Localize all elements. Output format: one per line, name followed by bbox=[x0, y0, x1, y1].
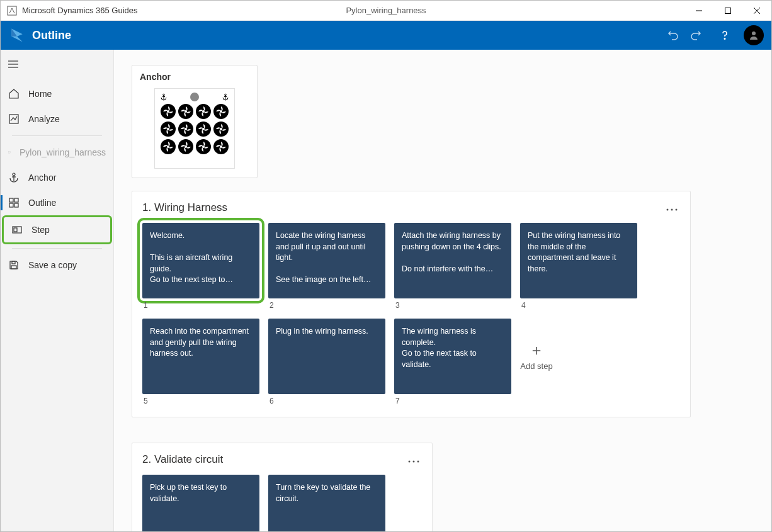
nav-label: Anchor bbox=[28, 173, 56, 183]
task-title: 1. Wiring Harness bbox=[142, 201, 664, 214]
svg-rect-22 bbox=[14, 228, 17, 232]
save-icon bbox=[8, 259, 20, 271]
step-card[interactable]: Attach the wiring harness by pushing dow… bbox=[394, 223, 511, 298]
fan-grid bbox=[161, 104, 229, 154]
step-card-wrap: Reach into the compartment and gently pu… bbox=[142, 319, 259, 405]
step-card[interactable]: Plug in the wiring harness. bbox=[268, 319, 385, 394]
step-card-wrap: Plug in the wiring harness.6 bbox=[268, 319, 385, 405]
fan-icon bbox=[178, 104, 193, 119]
anchor-card[interactable]: Anchor bbox=[132, 65, 258, 178]
svg-point-33 bbox=[202, 110, 205, 113]
step-card[interactable]: The wiring harness is complete. Go to th… bbox=[394, 319, 511, 394]
step-card-wrap: Put the wiring harness into the middle o… bbox=[520, 223, 637, 310]
anchor-icon bbox=[222, 93, 229, 101]
task-wiring-harness: 1. Wiring Harness Welcome. This is an ai… bbox=[132, 191, 691, 417]
svg-point-28 bbox=[225, 94, 227, 96]
titlebar: Microsoft Dynamics 365 Guides Pylon_wiri… bbox=[1, 1, 771, 21]
svg-point-25 bbox=[163, 94, 165, 96]
window-controls bbox=[684, 1, 771, 21]
svg-point-37 bbox=[202, 128, 205, 130]
step-card-wrap: Pick up the test key to validate.1 bbox=[142, 475, 259, 531]
close-button[interactable] bbox=[742, 1, 771, 21]
task-title: 2. Validate circuit bbox=[142, 453, 406, 466]
header-actions bbox=[663, 25, 764, 45]
step-card[interactable]: Pick up the test key to validate. bbox=[142, 475, 259, 531]
task-steps: Pick up the test key to validate.1Turn t… bbox=[142, 475, 422, 531]
step-card[interactable]: Welcome. This is an aircraft wiring guid… bbox=[142, 223, 259, 298]
help-button[interactable] bbox=[715, 25, 735, 45]
nav-label: Home bbox=[28, 89, 52, 99]
fan-icon bbox=[196, 122, 211, 137]
fan-icon bbox=[161, 104, 176, 119]
svg-rect-20 bbox=[14, 203, 18, 207]
globe-icon bbox=[190, 93, 199, 101]
app-icon bbox=[7, 6, 17, 16]
svg-rect-19 bbox=[9, 203, 13, 207]
step-number: 2 bbox=[268, 301, 385, 310]
task-steps: Welcome. This is an aircraft wiring guid… bbox=[142, 223, 680, 405]
redo-button[interactable] bbox=[686, 25, 706, 45]
svg-point-34 bbox=[220, 110, 222, 113]
anchor-icon bbox=[160, 93, 167, 101]
app-header: Outline bbox=[1, 21, 771, 50]
more-icon bbox=[408, 460, 419, 463]
nav-analyze[interactable]: Analyze bbox=[1, 106, 113, 132]
task-more-button[interactable] bbox=[406, 452, 422, 467]
svg-point-5 bbox=[724, 38, 725, 40]
task-validate-circuit: 2. Validate circuit Pick up the test key… bbox=[132, 443, 433, 531]
app-title: Microsoft Dynamics 365 Guides bbox=[22, 6, 138, 15]
step-card[interactable]: Turn the key to validate the circuit. bbox=[268, 475, 385, 531]
nav-outline[interactable]: Outline bbox=[1, 190, 113, 215]
analyze-icon bbox=[8, 113, 20, 125]
app-body: Home Analyze Pylon_wiring_harness Anchor… bbox=[1, 50, 771, 531]
svg-point-31 bbox=[167, 110, 169, 113]
step-card[interactable]: Reach into the compartment and gently pu… bbox=[142, 319, 259, 394]
more-icon bbox=[666, 208, 678, 211]
fan-icon bbox=[196, 104, 211, 119]
nav-label: Save a copy bbox=[28, 260, 77, 270]
svg-point-43 bbox=[667, 209, 669, 211]
step-number: 4 bbox=[520, 301, 637, 310]
app-window: Microsoft Dynamics 365 Guides Pylon_wiri… bbox=[0, 0, 772, 532]
nav-anchor[interactable]: Anchor bbox=[1, 165, 113, 190]
step-card[interactable]: Put the wiring harness into the middle o… bbox=[520, 223, 637, 298]
maximize-button[interactable] bbox=[713, 1, 742, 21]
hamburger-menu[interactable] bbox=[1, 55, 113, 75]
step-card[interactable]: Locate the wiring harness and pull it up… bbox=[268, 223, 385, 298]
step-highlight: Step bbox=[2, 215, 112, 244]
fan-icon bbox=[196, 139, 211, 154]
add-step-button[interactable]: ＋Add step bbox=[520, 319, 553, 394]
svg-point-46 bbox=[409, 461, 411, 463]
document-icon bbox=[8, 147, 11, 158]
nav-save-copy[interactable]: Save a copy bbox=[1, 252, 113, 278]
nav-step[interactable]: Step bbox=[4, 217, 110, 242]
fan-icon bbox=[213, 122, 229, 137]
fan-icon bbox=[178, 139, 193, 154]
user-avatar[interactable] bbox=[744, 25, 764, 45]
document-title: Pylon_wiring_harness bbox=[346, 6, 426, 15]
task-more-button[interactable] bbox=[664, 200, 680, 215]
nav-group-main: Home Analyze bbox=[1, 81, 113, 132]
step-card-wrap: The wiring harness is complete. Go to th… bbox=[394, 319, 511, 405]
home-icon bbox=[8, 88, 20, 99]
anchor-icon bbox=[8, 172, 20, 183]
step-number: 6 bbox=[268, 397, 385, 405]
svg-rect-23 bbox=[12, 261, 15, 264]
nav-home[interactable]: Home bbox=[1, 81, 113, 106]
nav-project: Pylon_wiring_harness bbox=[1, 140, 113, 165]
nav-label: Step bbox=[31, 225, 50, 235]
svg-point-41 bbox=[202, 145, 205, 148]
minimize-button[interactable] bbox=[684, 1, 713, 21]
step-number: 7 bbox=[394, 397, 511, 405]
main-canvas: Anchor 1. Wiring Harness bbox=[114, 50, 771, 531]
svg-rect-24 bbox=[11, 266, 16, 269]
undo-button[interactable] bbox=[663, 25, 683, 45]
svg-point-38 bbox=[220, 128, 222, 130]
anchor-title: Anchor bbox=[140, 72, 249, 82]
svg-point-44 bbox=[671, 209, 673, 211]
nav-label: Analyze bbox=[28, 114, 60, 124]
step-card-wrap: Welcome. This is an aircraft wiring guid… bbox=[142, 223, 259, 310]
svg-point-32 bbox=[184, 110, 187, 113]
svg-point-39 bbox=[167, 145, 169, 148]
sidebar-divider bbox=[12, 135, 102, 136]
